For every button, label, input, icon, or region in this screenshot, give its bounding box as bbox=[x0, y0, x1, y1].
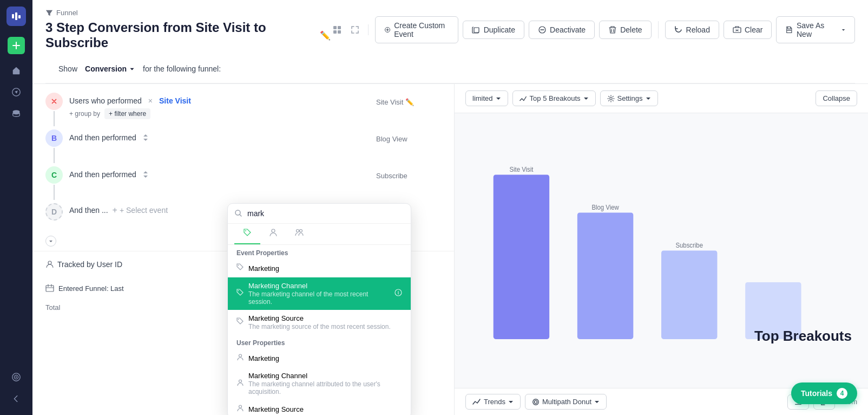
settings-label: Settings bbox=[617, 94, 643, 102]
svg-point-30 bbox=[609, 97, 611, 99]
dropdown-tab-tag[interactable] bbox=[234, 224, 260, 244]
step-a-edit-pencil[interactable]: ✏️ bbox=[405, 98, 414, 106]
dropdown-item-marketing-text: Marketing bbox=[248, 264, 402, 273]
expand-icon-btn[interactable] bbox=[348, 21, 362, 38]
step-c-circle: C bbox=[45, 166, 63, 184]
clear-button[interactable]: Clear bbox=[724, 21, 772, 39]
funnel-icon bbox=[45, 9, 53, 17]
dropdown-tab-group[interactable] bbox=[286, 224, 312, 244]
dropdown-item-marketing-channel-selected[interactable]: Marketing Channel The marketing channel … bbox=[228, 277, 411, 310]
tag-icon-selected bbox=[236, 289, 244, 299]
conversion-dropdown-btn[interactable]: Conversion bbox=[82, 63, 139, 74]
conversion-label: Conversion bbox=[85, 64, 127, 73]
dropdown-item-user-mktg-text: Marketing bbox=[248, 354, 402, 362]
app-logo bbox=[6, 7, 26, 26]
sidebar-item-back[interactable] bbox=[6, 389, 26, 408]
funnel-step-a: Users who performed × Site Visit Site Vi… bbox=[45, 93, 441, 127]
dropdown-item-user-mktg-source-name: Marketing Source bbox=[248, 405, 402, 413]
step-c-arrows[interactable] bbox=[143, 171, 148, 178]
grid-view-icon-btn[interactable] bbox=[331, 21, 344, 38]
sidebar-item-compass[interactable] bbox=[6, 82, 26, 102]
settings-btn[interactable]: Settings bbox=[600, 90, 658, 106]
top-breakouts-btn[interactable]: Top 5 Breakouts bbox=[512, 90, 596, 106]
dropdown-search-row bbox=[228, 204, 411, 224]
create-custom-event-button[interactable]: Create Custom Event bbox=[375, 16, 458, 43]
delete-button[interactable]: Delete bbox=[599, 21, 651, 39]
for-following-label: for the following funnel: bbox=[143, 64, 221, 73]
multipath-donut-label: Multipath Donut bbox=[542, 398, 591, 406]
sidebar-bottom bbox=[6, 367, 26, 408]
header-top: Funnel 3 Step Conversion from Site Visit… bbox=[45, 9, 855, 50]
svg-rect-8 bbox=[333, 26, 337, 29]
sidebar-item-home[interactable] bbox=[6, 61, 26, 80]
multipath-donut-btn[interactable]: Multipath Donut bbox=[525, 394, 607, 410]
save-as-new-button[interactable]: Save As New bbox=[776, 16, 855, 43]
add-button[interactable] bbox=[8, 37, 25, 54]
filter-where-btn[interactable]: + filter where bbox=[104, 108, 150, 119]
step-c-content: And then performed Subscribe bbox=[69, 166, 441, 182]
step-a-performed-text: Users who performed bbox=[69, 96, 142, 105]
step-b-label: And then performed Blog View bbox=[69, 132, 441, 143]
dropdown-item-user-marketing[interactable]: Marketing bbox=[228, 349, 411, 367]
dropdown-item-user-mktg-channel-desc: The marketing channel attributed to the … bbox=[248, 380, 402, 395]
tracked-by-label: Tracked by User ID bbox=[57, 260, 122, 269]
save-as-new-label: Save As New bbox=[797, 21, 838, 38]
dropdown-item-user-mktg-channel-name: Marketing Channel bbox=[248, 372, 402, 380]
dropdown-tabs bbox=[228, 224, 411, 245]
dropdown-item-marketing-name: Marketing bbox=[248, 264, 402, 273]
step-a-content: Users who performed × Site Visit Site Vi… bbox=[69, 93, 441, 124]
svg-text:Blog View: Blog View bbox=[591, 203, 619, 211]
info-icon[interactable] bbox=[394, 289, 402, 299]
calendar-icon bbox=[45, 284, 54, 293]
dropdown-item-user-mktg-channel[interactable]: Marketing Channel The marketing channel … bbox=[228, 367, 411, 400]
group-by-btn[interactable]: + group by bbox=[69, 110, 100, 118]
tutorials-button[interactable]: Tutorials 4 bbox=[791, 382, 857, 404]
dropdown-item-marketing-plain[interactable]: Marketing bbox=[228, 259, 411, 277]
svg-point-28 bbox=[239, 380, 242, 382]
deactivate-button[interactable]: Deactivate bbox=[529, 21, 595, 39]
expand-steps-btn[interactable] bbox=[45, 236, 56, 247]
dropdown-item-mktg-channel-text: Marketing Channel The marketing channel … bbox=[248, 282, 390, 306]
filter-search-input[interactable] bbox=[247, 209, 404, 218]
step-d-select-event[interactable]: + Select event bbox=[113, 205, 168, 215]
step-b-arrows[interactable] bbox=[143, 134, 148, 141]
svg-point-29 bbox=[239, 405, 242, 408]
step-connector-b bbox=[54, 148, 55, 163]
svg-point-24 bbox=[238, 290, 239, 291]
user-icon-mktg-source bbox=[236, 404, 244, 414]
dropdown-item-user-mktg-source[interactable]: Marketing Source bbox=[228, 400, 411, 415]
svg-rect-17 bbox=[46, 286, 54, 291]
svg-rect-11 bbox=[338, 30, 341, 34]
step-a-delete-btn[interactable] bbox=[45, 93, 63, 110]
step-a-event-name[interactable]: Site Visit bbox=[159, 96, 191, 105]
svg-point-7 bbox=[16, 377, 17, 378]
reload-button[interactable]: Reload bbox=[665, 21, 719, 39]
funnel-step-c: C And then performed Subscribe bbox=[45, 166, 441, 201]
limited-btn[interactable]: limited bbox=[465, 90, 508, 106]
duplicate-label: Duplicate bbox=[484, 25, 515, 34]
dropdown-item-user-mktg-channel-text: Marketing Channel The marketing channel … bbox=[248, 372, 402, 395]
svg-point-23 bbox=[238, 265, 239, 266]
tracked-label: Tracked by User ID bbox=[45, 260, 122, 269]
dropdown-item-marketing-source[interactable]: Marketing Source The marketing source of… bbox=[228, 310, 411, 335]
sidebar-item-target[interactable] bbox=[6, 367, 26, 387]
step-b-content: And then performed Blog View bbox=[69, 129, 441, 145]
user-properties-header: User Properties bbox=[228, 335, 411, 349]
title-text: 3 Step Conversion from Site Visit to Sub… bbox=[45, 20, 314, 50]
sidebar-item-database[interactable] bbox=[6, 104, 26, 124]
dropdown-tab-user[interactable] bbox=[260, 224, 286, 244]
page-title: 3 Step Conversion from Site Visit to Sub… bbox=[45, 20, 331, 50]
trends-btn[interactable]: Trends bbox=[465, 394, 521, 410]
step-c-right-label: Subscribe bbox=[376, 168, 441, 180]
svg-rect-0 bbox=[12, 14, 14, 18]
right-panel-left-actions: limited Top 5 Breakouts Settings bbox=[465, 90, 658, 106]
svg-text:Subscribe: Subscribe bbox=[675, 241, 703, 249]
dropdown-item-mktg-source-desc: The marketing source of the most recent … bbox=[248, 323, 402, 330]
header-actions: Create Custom Event Duplicate Deactivate… bbox=[331, 16, 855, 43]
dropdown-item-mktg-source-name: Marketing Source bbox=[248, 314, 402, 322]
title-edit-icon[interactable]: ✏️ bbox=[320, 30, 331, 41]
duplicate-button[interactable]: Duplicate bbox=[463, 21, 524, 39]
svg-rect-34 bbox=[661, 251, 717, 339]
collapse-button[interactable]: Collapse bbox=[816, 90, 857, 106]
svg-point-26 bbox=[238, 319, 239, 320]
